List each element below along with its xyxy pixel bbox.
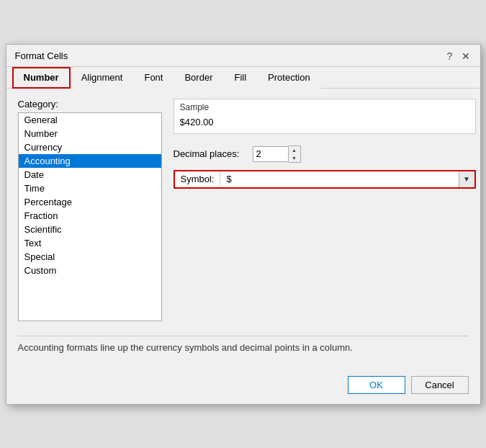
category-list: General Number Currency Accounting Date … bbox=[18, 112, 162, 321]
tabs-container: Number Alignment Font Border Fill Protec… bbox=[6, 67, 480, 89]
category-currency[interactable]: Currency bbox=[19, 140, 161, 154]
tab-protection[interactable]: Protection bbox=[257, 67, 321, 89]
category-fraction[interactable]: Fraction bbox=[19, 209, 161, 223]
spin-buttons: ▲ ▼ bbox=[289, 145, 301, 163]
help-icon[interactable]: ? bbox=[444, 50, 456, 62]
category-special[interactable]: Special bbox=[19, 250, 161, 264]
symbol-row: Symbol: $ ▼ bbox=[174, 170, 476, 189]
tab-alignment[interactable]: Alignment bbox=[71, 67, 134, 89]
symbol-label: Symbol: bbox=[175, 172, 221, 186]
dialog-body: Category: General Number Currency Accoun… bbox=[6, 89, 480, 369]
symbol-select-wrapper: Symbol: $ ▼ bbox=[174, 170, 476, 189]
decimal-places-row: Decimal places: ▲ ▼ bbox=[174, 145, 476, 163]
cancel-button[interactable]: Cancel bbox=[411, 376, 469, 394]
format-cells-dialog: Format Cells ? ✕ Number Alignment Font B… bbox=[6, 44, 481, 405]
category-date[interactable]: Date bbox=[19, 168, 161, 182]
tab-border[interactable]: Border bbox=[174, 67, 223, 89]
sample-box: Sample $420.00 bbox=[174, 99, 476, 134]
right-panel: Sample $420.00 Decimal places: ▲ ▼ bbox=[174, 99, 476, 321]
category-general[interactable]: General bbox=[19, 113, 161, 127]
dialog-footer: OK Cancel bbox=[6, 369, 480, 404]
sample-value: $420.00 bbox=[174, 114, 475, 133]
main-content: Category: General Number Currency Accoun… bbox=[18, 99, 469, 321]
symbol-dropdown-arrow[interactable]: ▼ bbox=[459, 171, 474, 187]
ok-button[interactable]: OK bbox=[348, 376, 405, 394]
description-box: Accounting formats line up the currency … bbox=[18, 336, 469, 359]
category-label: Category: bbox=[18, 99, 162, 109]
tab-font[interactable]: Font bbox=[133, 67, 174, 89]
category-text[interactable]: Text bbox=[19, 236, 161, 250]
left-panel: Category: General Number Currency Accoun… bbox=[18, 99, 162, 321]
tab-fill[interactable]: Fill bbox=[223, 67, 257, 89]
category-custom[interactable]: Custom bbox=[19, 264, 161, 277]
category-time[interactable]: Time bbox=[19, 182, 161, 195]
description-text: Accounting formats line up the currency … bbox=[18, 342, 353, 353]
category-scientific[interactable]: Scientific bbox=[19, 223, 161, 236]
category-accounting[interactable]: Accounting bbox=[19, 154, 161, 168]
decimal-input-wrapper: ▲ ▼ bbox=[253, 145, 301, 163]
decimal-places-label: Decimal places: bbox=[174, 148, 253, 159]
symbol-value: $ bbox=[220, 172, 242, 186]
sample-label: Sample bbox=[174, 99, 475, 114]
title-bar: Format Cells ? ✕ bbox=[6, 45, 480, 67]
close-icon[interactable]: ✕ bbox=[460, 50, 472, 62]
dialog-title: Format Cells bbox=[15, 50, 68, 61]
spin-down-button[interactable]: ▼ bbox=[289, 154, 300, 162]
spin-up-button[interactable]: ▲ bbox=[289, 146, 300, 154]
title-icons: ? ✕ bbox=[444, 50, 472, 62]
category-percentage[interactable]: Percentage bbox=[19, 195, 161, 209]
tab-number[interactable]: Number bbox=[12, 67, 71, 89]
category-number[interactable]: Number bbox=[19, 127, 161, 140]
decimal-places-input[interactable] bbox=[253, 146, 289, 162]
